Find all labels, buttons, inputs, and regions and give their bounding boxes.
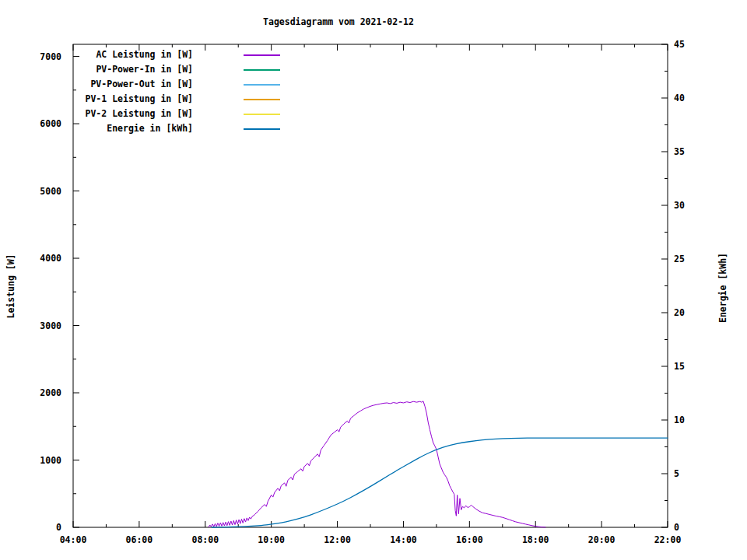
y-left-tick-label: 4000 (40, 253, 61, 264)
y-right-tick-label: 20 (674, 307, 685, 318)
x-tick-label: 22:00 (654, 534, 682, 545)
x-tick-label: 12:00 (324, 534, 351, 545)
y-left-tick-label: 0 (56, 522, 61, 533)
x-tick-label: 18:00 (522, 534, 549, 545)
legend-item: PV-Power-In in [W] (0, 62, 747, 77)
legend-label: PV-2 Leistung in [W] (0, 107, 193, 121)
y-right-tick-label: 30 (674, 200, 685, 211)
legend-label: Energie in [kWh] (0, 121, 193, 136)
y-right-tick-label: 35 (674, 146, 685, 157)
legend-line-swatch (244, 99, 280, 100)
y-right-tick-label: 5 (674, 468, 679, 479)
y-left-tick-label: 3000 (40, 320, 61, 331)
x-tick-label: 10:00 (258, 534, 285, 545)
x-tick-label: 06:00 (126, 534, 153, 545)
y-left-tick-label: 1000 (40, 455, 61, 466)
series-line-energie-in-kwh- (212, 438, 668, 527)
y-left-tick-label: 2000 (40, 387, 61, 398)
legend-line-swatch (244, 69, 280, 71)
x-tick-label: 08:00 (191, 534, 219, 545)
chart-canvas: Tagesdiagramm vom 2021-02-12 Leistung [W… (0, 0, 747, 560)
legend-line-swatch (244, 84, 280, 86)
legend-item: Energie in [kWh] (0, 121, 747, 136)
y-right-tick-label: 10 (674, 415, 685, 425)
legend-line-swatch (244, 114, 280, 115)
y-right-tick-label: 0 (674, 522, 679, 533)
legend-item: PV-2 Leistung in [W] (0, 107, 747, 121)
y-right-tick-label: 15 (674, 361, 685, 372)
legend-label: PV-1 Leistung in [W] (0, 92, 193, 107)
x-tick-label: 16:00 (456, 534, 483, 545)
series-line-ac-leistung-in-w- (209, 401, 545, 527)
x-tick-label: 04:00 (60, 534, 87, 545)
legend-label: PV-Power-Out in [W] (0, 77, 193, 92)
legend-item: PV-Power-Out in [W] (0, 77, 747, 92)
legend-item: PV-1 Leistung in [W] (0, 92, 747, 107)
legend-line-swatch (244, 54, 280, 56)
y-left-tick-label: 5000 (40, 186, 61, 197)
legend-line-swatch (244, 128, 280, 130)
y-right-tick-label: 25 (674, 254, 685, 264)
legend-label: PV-Power-In in [W] (0, 62, 193, 77)
x-tick-label: 20:00 (588, 534, 615, 545)
legend-label: AC Leistung in [W] (0, 47, 193, 62)
legend: AC Leistung in [W] PV-Power-In in [W] PV… (0, 47, 747, 136)
x-tick-label: 14:00 (390, 534, 417, 545)
legend-item: AC Leistung in [W] (0, 47, 747, 62)
